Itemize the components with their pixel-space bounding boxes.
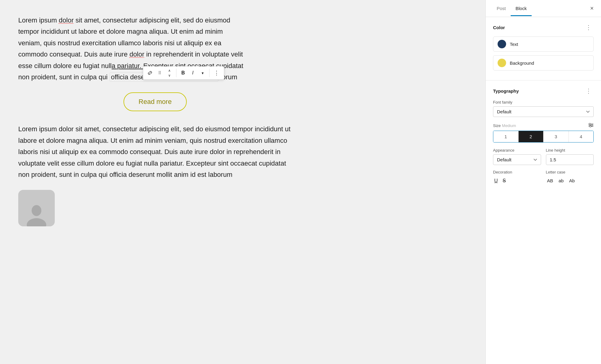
- read-more-button[interactable]: Read more: [123, 92, 187, 111]
- text-color-swatch: [498, 40, 506, 48]
- background-color-label: Background: [510, 60, 534, 66]
- size-btn-4[interactable]: 4: [569, 131, 594, 142]
- inline-toolbar: ⠿ ∧ ∨ B I ▾ ⋮: [143, 66, 224, 80]
- case-upper-btn[interactable]: AB: [546, 177, 554, 184]
- toolbar-options-btn[interactable]: ⋮: [212, 69, 221, 77]
- toolbar-bold-btn[interactable]: B: [179, 69, 187, 77]
- letter-case-group: Letter case AB ab Ab: [546, 170, 594, 184]
- typography-section: Typography ⋮ Font family Default Size Me…: [486, 81, 601, 191]
- text-color-row[interactable]: Text: [493, 36, 594, 52]
- close-button[interactable]: ×: [589, 4, 595, 13]
- toolbar-more-btn[interactable]: ▾: [198, 69, 207, 77]
- decoration-buttons: U S: [493, 177, 541, 185]
- appearance-lineheight-row: Appearance Default Line height: [493, 148, 594, 165]
- sidebar: Post Block × Color ⋮ Text Background Typ…: [485, 0, 601, 364]
- toolbar-link-btn[interactable]: [146, 69, 154, 77]
- color-section-title: Color: [493, 25, 505, 30]
- appearance-select[interactable]: Default: [493, 154, 541, 165]
- size-btn-2[interactable]: 2: [519, 131, 544, 142]
- typography-section-header: Typography ⋮: [493, 87, 594, 95]
- appearance-group: Appearance Default: [493, 148, 541, 165]
- size-buttons: 1 2 3 4: [493, 131, 594, 143]
- background-color-row[interactable]: Background: [493, 55, 594, 70]
- size-filter-btn[interactable]: [588, 122, 594, 129]
- toolbar-options-group: ⋮: [210, 69, 224, 77]
- typography-section-menu-btn[interactable]: ⋮: [584, 87, 594, 95]
- appearance-label: Appearance: [493, 148, 541, 153]
- letter-case-buttons: AB ab Ab: [546, 177, 594, 184]
- underline-btn[interactable]: U: [493, 177, 499, 185]
- strikethrough-btn[interactable]: S: [502, 177, 507, 185]
- size-label-row: Size Medium: [493, 123, 516, 128]
- decoration-group: Decoration U S: [493, 170, 541, 185]
- color-section-menu-btn[interactable]: ⋮: [584, 23, 594, 32]
- toolbar-down-btn[interactable]: ∨: [165, 73, 174, 78]
- tab-post[interactable]: Post: [492, 1, 511, 16]
- paragraph-2[interactable]: Lorem ipsum dolor sit amet, consectetur …: [18, 123, 292, 180]
- letter-case-label: Letter case: [546, 170, 594, 174]
- color-section: Color ⋮ Text Background: [486, 17, 601, 81]
- decoration-label: Decoration: [493, 170, 541, 174]
- size-btn-3[interactable]: 3: [544, 131, 569, 142]
- main-content: Lorem ipsum dolor sit amet, consectetur …: [0, 0, 485, 364]
- font-family-label: Font family: [493, 100, 594, 105]
- svg-point-1: [27, 218, 46, 226]
- svg-point-5: [589, 123, 591, 125]
- toolbar-format-group: B I ▾: [176, 69, 209, 77]
- read-more-container: Read more: [18, 92, 292, 111]
- line-height-label: Line height: [546, 148, 594, 153]
- tab-block[interactable]: Block: [511, 1, 532, 16]
- size-row: Size Medium: [493, 122, 594, 129]
- color-section-header: Color ⋮: [493, 23, 594, 32]
- line-height-input[interactable]: [546, 154, 594, 165]
- size-btn-1[interactable]: 1: [493, 131, 519, 142]
- toolbar-italic-btn[interactable]: I: [189, 69, 197, 77]
- background-color-swatch: [498, 59, 506, 67]
- size-label: Size: [493, 123, 501, 128]
- case-title-btn[interactable]: Ab: [568, 177, 576, 184]
- svg-point-6: [591, 125, 593, 126]
- font-family-select[interactable]: Default: [493, 106, 594, 117]
- sidebar-tabs: Post Block ×: [486, 0, 601, 17]
- line-height-group: Line height: [546, 148, 594, 165]
- avatar-container: [18, 190, 467, 226]
- case-lower-btn[interactable]: ab: [558, 177, 565, 184]
- avatar: [18, 190, 55, 226]
- decoration-row: Decoration U S Letter case AB ab Ab: [493, 170, 594, 185]
- svg-point-7: [590, 126, 591, 127]
- font-family-group: Font family Default: [493, 100, 594, 117]
- toolbar-link-group: ⠿ ∧ ∨: [143, 68, 176, 78]
- toolbar-drag-btn[interactable]: ⠿: [155, 69, 164, 77]
- typography-section-title: Typography: [493, 88, 519, 94]
- svg-point-0: [32, 205, 41, 216]
- toolbar-up-btn[interactable]: ∧: [165, 68, 174, 73]
- text-color-label: Text: [510, 42, 518, 47]
- size-group: Size Medium 1 2 3: [493, 122, 594, 143]
- size-value-label: Medium: [502, 123, 516, 128]
